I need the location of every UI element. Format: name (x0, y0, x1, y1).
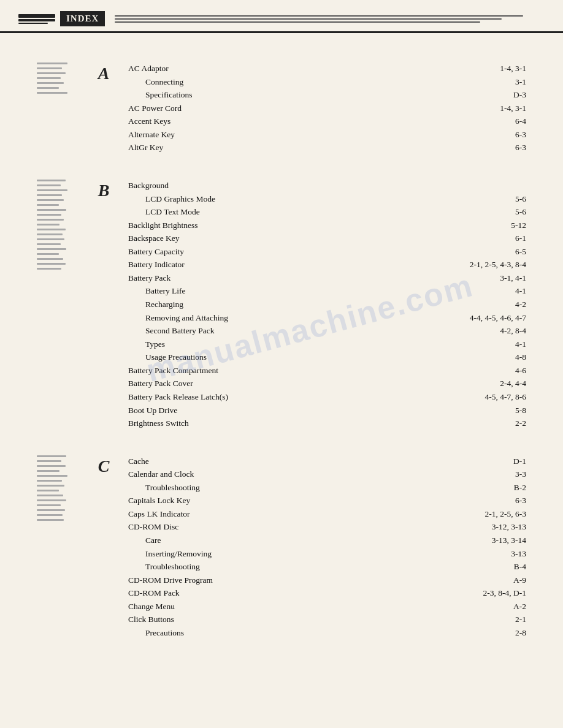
entry-battery-capacity: Battery Capacity 6-5 (128, 246, 526, 258)
entry-page-backspace-key: 6-1 (515, 232, 526, 245)
header-right-line-2 (115, 18, 502, 20)
entry-change-menu: Change Menu A-2 (128, 601, 526, 613)
entry-battery-indicator: Battery Indicator 2-1, 2-5, 4-3, 8-4 (128, 259, 526, 271)
index-title: INDEX (60, 11, 105, 26)
entry-page-specifications: D-3 (513, 89, 526, 101)
entry-inserting-removing: Inserting/Removing 3-13 (128, 548, 526, 560)
entry-name-inserting-removing: Inserting/Removing (128, 548, 212, 560)
entry-page-battery-pack: 3-1, 4-1 (500, 272, 526, 284)
header-line-1 (18, 14, 55, 18)
entry-page-cdrom-disc: 3-12, 3-13 (492, 521, 526, 533)
section-a: A AC Adaptor 1-4, 3-1 Connecting 3-1 Spe… (37, 63, 526, 155)
entry-page-types: 4-1 (515, 338, 526, 351)
entry-name-battery-capacity: Battery Capacity (128, 246, 184, 258)
entry-cache: Cache D-1 (128, 455, 526, 468)
entry-page-recharging: 4-2 (515, 298, 526, 311)
entry-name-alternate-key: Alternate Key (128, 129, 175, 141)
header-right-line-1 (115, 15, 523, 17)
entry-page-lcd-graphics: 5-6 (515, 193, 526, 205)
entry-page-alternate-key: 6-3 (515, 129, 526, 141)
entry-name-boot-up-drive: Boot Up Drive (128, 404, 177, 417)
entry-page-lcd-text: 5-6 (515, 206, 526, 218)
entry-page-ac-power-cord: 1-4, 3-1 (500, 102, 526, 115)
side-lines-a (37, 63, 71, 155)
entry-page-cdrom-pack: 2-3, 8-4, D-1 (483, 587, 527, 599)
entries-b: Background LCD Graphics Mode 5-6 LCD Tex… (128, 180, 526, 431)
entry-name-background: Background (128, 180, 169, 192)
entry-name-care: Care (128, 534, 161, 547)
entry-ac-adaptor: AC Adaptor 1-4, 3-1 (128, 63, 526, 75)
entry-name-usage-precautions: Usage Precautions (128, 351, 207, 363)
entry-page-battery-indicator: 2-1, 2-5, 4-3, 8-4 (470, 259, 526, 271)
letter-b: B (79, 180, 128, 431)
entry-page-battery-pack-release: 4-5, 4-7, 8-6 (485, 391, 527, 403)
entry-page-usage-precautions: 4-8 (515, 351, 526, 363)
entry-name-ac-power-cord: AC Power Cord (128, 102, 182, 115)
entry-name-calendar-clock: Calendar and Clock (128, 468, 194, 480)
entry-page-caps-lk: 2-1, 2-5, 6-3 (485, 508, 527, 520)
entry-name-capitals-lock: Capitals Lock Key (128, 495, 190, 507)
entry-calendar-clock: Calendar and Clock 3-3 (128, 468, 526, 480)
entry-name-battery-pack: Battery Pack (128, 272, 170, 284)
entry-page-battery-pack-compartment: 4-6 (515, 365, 526, 377)
entries-a: AC Adaptor 1-4, 3-1 Connecting 3-1 Speci… (128, 63, 526, 155)
header-lines-right (115, 15, 545, 23)
entry-page-accent-keys: 6-4 (515, 115, 526, 127)
entry-accent-keys: Accent Keys 6-4 (128, 115, 526, 127)
entry-specifications: Specifications D-3 (128, 89, 526, 101)
entry-page-click-buttons: 2-1 (515, 613, 526, 626)
entry-name-removing-attaching: Removing and Attaching (128, 312, 228, 324)
header-line-2 (18, 19, 55, 21)
entry-alternate-key: Alternate Key 6-3 (128, 129, 526, 141)
entry-page-battery-capacity: 6-5 (515, 246, 526, 258)
entry-name-cache: Cache (128, 455, 149, 468)
entry-name-cal-troubleshooting: Troubleshooting (128, 482, 200, 494)
entry-page-connecting: 3-1 (515, 76, 526, 88)
entry-second-battery-pack: Second Battery Pack 4-2, 8-4 (128, 325, 526, 337)
entry-ac-power-cord: AC Power Cord 1-4, 3-1 (128, 102, 526, 115)
entry-name-specifications: Specifications (128, 89, 192, 101)
entry-name-accent-keys: Accent Keys (128, 115, 170, 127)
entry-name-cdrom-pack: CD-ROM Pack (128, 587, 180, 599)
entry-name-caps-lk: Caps LK Indicator (128, 508, 190, 520)
entry-page-capitals-lock: 6-3 (515, 495, 526, 507)
entry-page-second-battery-pack: 4-2, 8-4 (500, 325, 526, 337)
letter-a: A (79, 63, 128, 155)
section-b: B Background LCD Graphics Mode 5-6 LCD T… (37, 180, 526, 431)
entry-page-disc-troubleshooting: B-4 (514, 561, 526, 573)
entry-name-battery-indicator: Battery Indicator (128, 259, 185, 271)
entry-cdrom-drive-program: CD-ROM Drive Program A-9 (128, 574, 526, 586)
entry-altgr-key: AltGr Key 6-3 (128, 142, 526, 154)
entry-page-cdrom-drive-program: A-9 (513, 574, 526, 586)
entry-cdrom-pack: CD-ROM Pack 2-3, 8-4, D-1 (128, 587, 526, 599)
entries-c: Cache D-1 Calendar and Clock 3-3 Trouble… (128, 455, 526, 640)
page: manualmachine.com INDEX (0, 0, 563, 728)
entry-page-ac-adaptor: 1-4, 3-1 (500, 63, 526, 75)
letter-c: C (79, 455, 128, 640)
entry-name-second-battery-pack: Second Battery Pack (128, 325, 214, 337)
entry-name-connecting: Connecting (128, 76, 183, 88)
entry-name-recharging: Recharging (128, 298, 183, 311)
side-lines-c (37, 455, 71, 640)
entry-care: Care 3-13, 3-14 (128, 534, 526, 547)
entry-backlight-brightness: Backlight Brightness 5-12 (128, 219, 526, 232)
entry-battery-pack: Battery Pack 3-1, 4-1 (128, 272, 526, 284)
entry-name-battery-pack-release: Battery Pack Release Latch(s) (128, 391, 228, 403)
entry-click-buttons: Click Buttons 2-1 (128, 613, 526, 626)
header-lines-left (18, 14, 55, 24)
entry-removing-attaching: Removing and Attaching 4-4, 4-5, 4-6, 4-… (128, 312, 526, 324)
header: INDEX (0, 0, 563, 33)
entry-page-backlight-brightness: 5-12 (511, 219, 526, 232)
entry-boot-up-drive: Boot Up Drive 5-8 (128, 404, 526, 417)
entry-name-battery-pack-compartment: Battery Pack Compartment (128, 365, 218, 377)
entry-name-backlight-brightness: Backlight Brightness (128, 219, 198, 232)
entry-battery-pack-compartment: Battery Pack Compartment 4-6 (128, 365, 526, 377)
entry-page-cache: D-1 (513, 455, 526, 468)
entry-name-precautions: Precautions (128, 627, 184, 639)
entry-types: Types 4-1 (128, 338, 526, 351)
entry-page-care: 3-13, 3-14 (492, 534, 526, 547)
entry-lcd-text: LCD Text Mode 5-6 (128, 206, 526, 218)
entry-page-precautions: 2-8 (515, 627, 526, 639)
entry-name-battery-pack-cover: Battery Pack Cover (128, 377, 193, 390)
content: A AC Adaptor 1-4, 3-1 Connecting 3-1 Spe… (0, 33, 563, 660)
